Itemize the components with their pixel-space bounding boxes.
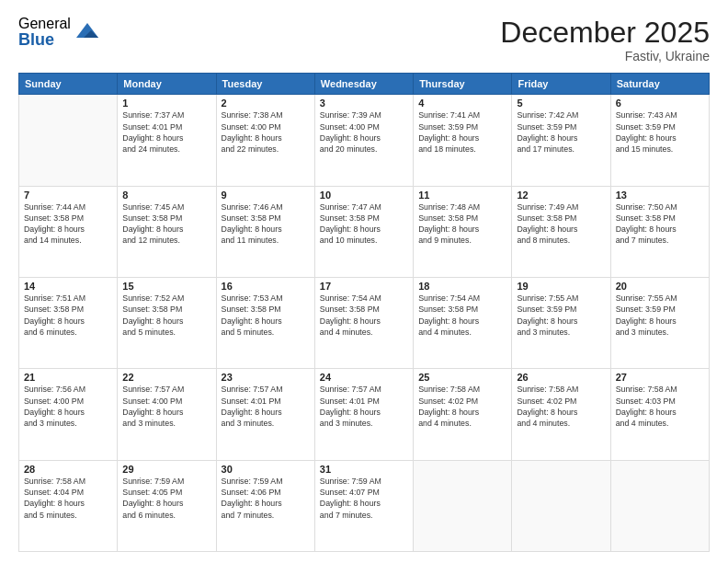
day-number: 31	[320, 464, 408, 475]
day-info: Sunrise: 7:53 AM Sunset: 3:58 PM Dayligh…	[222, 293, 310, 338]
logo-icon	[74, 19, 100, 45]
day-info: Sunrise: 7:59 AM Sunset: 4:06 PM Dayligh…	[222, 476, 310, 521]
title-block: December 2025 Fastiv, Ukraine	[500, 17, 710, 63]
day-number: 16	[222, 281, 310, 292]
day-info: Sunrise: 7:48 AM Sunset: 3:58 PM Dayligh…	[418, 201, 506, 247]
day-info: Sunrise: 7:59 AM Sunset: 4:05 PM Dayligh…	[122, 476, 210, 521]
day-info: Sunrise: 7:45 AM Sunset: 3:58 PM Dayligh…	[122, 201, 210, 247]
day-info: Sunrise: 7:54 AM Sunset: 3:58 PM Dayligh…	[418, 293, 506, 338]
col-friday: Friday	[512, 74, 610, 95]
table-row: 8Sunrise: 7:45 AM Sunset: 3:58 PM Daylig…	[118, 186, 216, 277]
table-row: 15Sunrise: 7:52 AM Sunset: 3:58 PM Dayli…	[118, 277, 216, 368]
table-row	[19, 95, 118, 186]
day-info: Sunrise: 7:54 AM Sunset: 3:58 PM Dayligh…	[320, 293, 408, 338]
table-row: 6Sunrise: 7:43 AM Sunset: 3:59 PM Daylig…	[610, 95, 709, 186]
day-number: 29	[122, 464, 210, 475]
table-row: 28Sunrise: 7:58 AM Sunset: 4:04 PM Dayli…	[19, 460, 118, 551]
day-number: 15	[122, 281, 210, 292]
day-number: 9	[222, 190, 310, 201]
day-info: Sunrise: 7:58 AM Sunset: 4:03 PM Dayligh…	[616, 384, 704, 429]
day-number: 14	[24, 281, 112, 292]
header: General Blue December 2025 Fastiv, Ukrai…	[18, 17, 710, 63]
day-number: 20	[616, 281, 704, 292]
day-info: Sunrise: 7:38 AM Sunset: 4:00 PM Dayligh…	[222, 109, 310, 155]
calendar-week-row: 7Sunrise: 7:44 AM Sunset: 3:58 PM Daylig…	[19, 186, 710, 277]
subtitle: Fastiv, Ukraine	[500, 49, 710, 63]
day-number: 11	[418, 190, 506, 201]
table-row: 30Sunrise: 7:59 AM Sunset: 4:06 PM Dayli…	[216, 460, 314, 551]
logo: General Blue	[18, 17, 100, 48]
day-info: Sunrise: 7:49 AM Sunset: 3:58 PM Dayligh…	[517, 201, 605, 247]
table-row	[512, 460, 610, 551]
day-info: Sunrise: 7:42 AM Sunset: 3:59 PM Dayligh…	[517, 109, 605, 155]
logo-text: General Blue	[18, 17, 71, 48]
table-row: 11Sunrise: 7:48 AM Sunset: 3:58 PM Dayli…	[414, 186, 512, 277]
table-row: 27Sunrise: 7:58 AM Sunset: 4:03 PM Dayli…	[610, 369, 709, 460]
day-info: Sunrise: 7:51 AM Sunset: 3:58 PM Dayligh…	[24, 293, 112, 338]
table-row: 24Sunrise: 7:57 AM Sunset: 4:01 PM Dayli…	[314, 369, 413, 460]
day-info: Sunrise: 7:56 AM Sunset: 4:00 PM Dayligh…	[24, 384, 112, 429]
day-number: 24	[320, 372, 408, 383]
day-info: Sunrise: 7:52 AM Sunset: 3:58 PM Dayligh…	[122, 293, 210, 338]
table-row: 16Sunrise: 7:53 AM Sunset: 3:58 PM Dayli…	[216, 277, 314, 368]
day-number: 18	[418, 281, 506, 292]
day-number: 26	[517, 372, 605, 383]
table-row: 17Sunrise: 7:54 AM Sunset: 3:58 PM Dayli…	[314, 277, 413, 368]
col-sunday: Sunday	[19, 74, 118, 95]
table-row: 20Sunrise: 7:55 AM Sunset: 3:59 PM Dayli…	[610, 277, 709, 368]
day-info: Sunrise: 7:55 AM Sunset: 3:59 PM Dayligh…	[616, 293, 704, 338]
col-wednesday: Wednesday	[314, 74, 413, 95]
table-row: 21Sunrise: 7:56 AM Sunset: 4:00 PM Dayli…	[19, 369, 118, 460]
table-row: 22Sunrise: 7:57 AM Sunset: 4:00 PM Dayli…	[118, 369, 216, 460]
day-info: Sunrise: 7:58 AM Sunset: 4:02 PM Dayligh…	[418, 384, 506, 429]
day-info: Sunrise: 7:47 AM Sunset: 3:58 PM Dayligh…	[320, 201, 408, 247]
table-row: 31Sunrise: 7:59 AM Sunset: 4:07 PM Dayli…	[314, 460, 413, 551]
day-info: Sunrise: 7:59 AM Sunset: 4:07 PM Dayligh…	[320, 476, 408, 521]
table-row: 10Sunrise: 7:47 AM Sunset: 3:58 PM Dayli…	[314, 186, 413, 277]
day-number: 21	[24, 372, 112, 383]
day-number: 7	[24, 190, 112, 201]
day-number: 3	[320, 98, 408, 109]
table-row: 18Sunrise: 7:54 AM Sunset: 3:58 PM Dayli…	[414, 277, 512, 368]
col-thursday: Thursday	[414, 74, 512, 95]
day-info: Sunrise: 7:58 AM Sunset: 4:04 PM Dayligh…	[24, 476, 112, 521]
logo-general: General	[18, 17, 71, 31]
calendar-table: Sunday Monday Tuesday Wednesday Thursday…	[18, 73, 710, 552]
day-info: Sunrise: 7:37 AM Sunset: 4:01 PM Dayligh…	[122, 109, 210, 155]
day-number: 8	[122, 190, 210, 201]
day-number: 27	[616, 372, 704, 383]
day-number: 13	[616, 190, 704, 201]
calendar-week-row: 28Sunrise: 7:58 AM Sunset: 4:04 PM Dayli…	[19, 460, 710, 551]
day-number: 22	[122, 372, 210, 383]
table-row: 9Sunrise: 7:46 AM Sunset: 3:58 PM Daylig…	[216, 186, 314, 277]
day-number: 2	[222, 98, 310, 109]
day-info: Sunrise: 7:43 AM Sunset: 3:59 PM Dayligh…	[616, 109, 704, 155]
day-info: Sunrise: 7:46 AM Sunset: 3:58 PM Dayligh…	[222, 201, 310, 247]
table-row: 4Sunrise: 7:41 AM Sunset: 3:59 PM Daylig…	[414, 95, 512, 186]
table-row: 3Sunrise: 7:39 AM Sunset: 4:00 PM Daylig…	[314, 95, 413, 186]
table-row: 23Sunrise: 7:57 AM Sunset: 4:01 PM Dayli…	[216, 369, 314, 460]
day-number: 5	[517, 98, 605, 109]
day-info: Sunrise: 7:55 AM Sunset: 3:59 PM Dayligh…	[517, 293, 605, 338]
calendar-week-row: 14Sunrise: 7:51 AM Sunset: 3:58 PM Dayli…	[19, 277, 710, 368]
calendar-header-row: Sunday Monday Tuesday Wednesday Thursday…	[19, 74, 710, 95]
day-number: 12	[517, 190, 605, 201]
table-row: 19Sunrise: 7:55 AM Sunset: 3:59 PM Dayli…	[512, 277, 610, 368]
day-number: 19	[517, 281, 605, 292]
table-row: 25Sunrise: 7:58 AM Sunset: 4:02 PM Dayli…	[414, 369, 512, 460]
day-number: 28	[24, 464, 112, 475]
page: General Blue December 2025 Fastiv, Ukrai…	[0, 0, 728, 563]
table-row: 29Sunrise: 7:59 AM Sunset: 4:05 PM Dayli…	[118, 460, 216, 551]
col-saturday: Saturday	[610, 74, 709, 95]
day-number: 25	[418, 372, 506, 383]
calendar-week-row: 21Sunrise: 7:56 AM Sunset: 4:00 PM Dayli…	[19, 369, 710, 460]
table-row: 13Sunrise: 7:50 AM Sunset: 3:58 PM Dayli…	[610, 186, 709, 277]
calendar-week-row: 1Sunrise: 7:37 AM Sunset: 4:01 PM Daylig…	[19, 95, 710, 186]
table-row: 7Sunrise: 7:44 AM Sunset: 3:58 PM Daylig…	[19, 186, 118, 277]
day-number: 23	[222, 372, 310, 383]
day-info: Sunrise: 7:57 AM Sunset: 4:00 PM Dayligh…	[122, 384, 210, 429]
table-row: 2Sunrise: 7:38 AM Sunset: 4:00 PM Daylig…	[216, 95, 314, 186]
day-info: Sunrise: 7:57 AM Sunset: 4:01 PM Dayligh…	[222, 384, 310, 429]
col-tuesday: Tuesday	[216, 74, 314, 95]
day-number: 30	[222, 464, 310, 475]
